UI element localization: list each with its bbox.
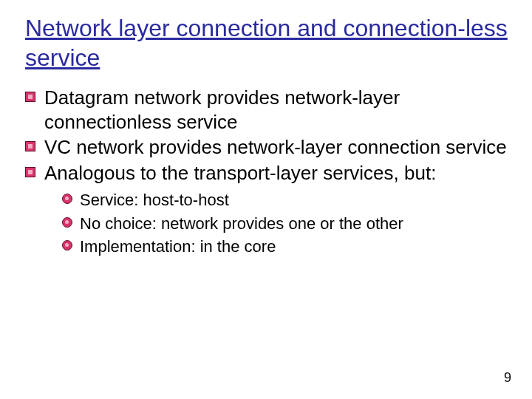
square-bullet-icon [25, 92, 35, 102]
list-item: Service: host-to-host [62, 189, 510, 211]
bullet-text: VC network provides network-layer connec… [44, 136, 507, 158]
circle-bullet-icon [62, 240, 72, 250]
square-bullet-icon [25, 167, 35, 177]
main-bullet-list: Datagram network provides network-layer … [25, 86, 510, 185]
square-bullet-icon [25, 141, 35, 151]
list-item: Implementation: in the core [62, 236, 510, 258]
sub-bullet-text: Implementation: in the core [80, 237, 276, 256]
sub-bullet-text: Service: host-to-host [80, 191, 229, 209]
list-item: Analogous to the transport-layer service… [25, 161, 510, 185]
list-item: Datagram network provides network-layer … [25, 86, 510, 134]
list-item: VC network provides network-layer connec… [25, 135, 510, 160]
sub-bullet-list: Service: host-to-host No choice: network… [62, 189, 510, 258]
bullet-text: Analogous to the transport-layer service… [44, 162, 436, 184]
sub-bullet-text: No choice: network provides one or the o… [80, 214, 403, 233]
list-item: No choice: network provides one or the o… [62, 213, 510, 235]
bullet-text: Datagram network provides network-layer … [44, 86, 400, 133]
page-number: 9 [504, 370, 511, 386]
slide: Network layer connection and connection-… [0, 0, 532, 399]
circle-bullet-icon [62, 217, 72, 228]
circle-bullet-icon [62, 194, 72, 204]
slide-title: Network layer connection and connection-… [25, 13, 510, 72]
